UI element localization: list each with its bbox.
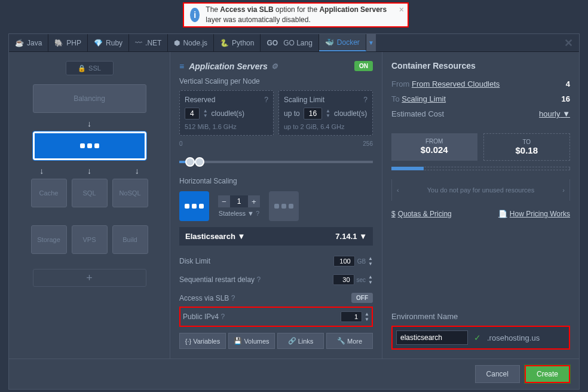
pricing-link[interactable]: 📄How Pricing Works: [498, 210, 570, 218]
cost-bar: [391, 167, 570, 170]
chevron-left-icon[interactable]: ‹: [392, 186, 404, 194]
footer: Cancel Create: [9, 359, 579, 389]
variables-button[interactable]: {·} Variables: [179, 333, 226, 349]
notification-text: The Access via SLB option for the Applic…: [206, 5, 402, 25]
appserver-toggle[interactable]: ON: [354, 61, 373, 71]
tab-nodejs[interactable]: ⬢Node.js: [168, 34, 214, 51]
hscale-label: Horizontal Scaling: [179, 177, 373, 185]
cancel-button[interactable]: Cancel: [475, 365, 520, 383]
limit-input[interactable]: 16: [304, 108, 322, 120]
restart-delay-row: Sequential restart delay ? 30sec▲▼: [179, 270, 373, 289]
disk-input[interactable]: 100: [333, 256, 355, 267]
scaling-limit-link[interactable]: Scaling Limit: [402, 94, 446, 103]
help-icon[interactable]: ?: [264, 96, 268, 104]
docker-icon: 🐳: [325, 38, 334, 47]
reserved-box: Reserved? 4▲▼cloudlet(s) 512 MiB, 1.6 GH…: [179, 90, 274, 136]
sql-node[interactable]: SQL: [72, 179, 108, 207]
tab-python[interactable]: 🐍Python: [214, 34, 261, 51]
ssl-button[interactable]: 🔒 SSL: [66, 61, 114, 75]
storage-node[interactable]: Storage: [31, 225, 67, 254]
ipv4-row: Public IPv4 ? 1▲▼: [179, 307, 373, 327]
cost-note: ‹ You do not pay for unused resources ›: [391, 179, 570, 201]
env-input-row: ✓ .rosehosting.us: [391, 326, 570, 350]
tech-select[interactable]: Elasticsearch ▼ 7.14.1 ▼: [179, 227, 373, 246]
resources-title: Container Resources: [391, 61, 570, 71]
volumes-button[interactable]: 💾 Volumes: [228, 333, 275, 349]
reserved-input[interactable]: 4: [185, 108, 200, 120]
appserver-node[interactable]: [33, 131, 146, 160]
reserved-cloudlets-link[interactable]: From Reserved Cloudlets: [412, 79, 500, 88]
slb-row: Access via SLB ? OFF: [179, 289, 373, 307]
hscale-plus[interactable]: +: [248, 195, 260, 207]
tab-docker[interactable]: 🐳Docker: [319, 34, 366, 51]
doc-icon: 📄: [498, 210, 507, 218]
build-node[interactable]: Build: [112, 225, 148, 254]
stepper-icon[interactable]: ▲▼: [203, 109, 208, 118]
tab-dotnet[interactable]: 〰.NET: [129, 34, 168, 51]
gear-icon[interactable]: ⚙: [271, 62, 278, 71]
env-domain: .rosehosting.us: [487, 333, 540, 342]
tab-java[interactable]: ☕Java: [9, 34, 48, 51]
stepper-icon[interactable]: ▲▼: [365, 311, 369, 322]
php-icon: 🐘: [54, 39, 63, 47]
vscale-label: Vertical Scaling per Node: [179, 77, 373, 85]
arrow-down-icon: ↓: [18, 119, 161, 128]
tab-ruby[interactable]: 💎Ruby: [88, 34, 129, 51]
limit-box: Scaling Limit? up to16▲▼cloudlet(s) up t…: [278, 90, 373, 136]
cost-from: FROM$0.024: [391, 133, 477, 161]
balancing-node[interactable]: Balancing: [33, 84, 146, 113]
quotas-link[interactable]: $Quotas & Pricing: [391, 210, 452, 218]
add-node-button[interactable]: +: [33, 269, 146, 287]
restart-input[interactable]: 30: [333, 274, 354, 285]
main-window: ☕Java 🐘PHP 💎Ruby 〰.NET ⬢Node.js 🐍Python …: [8, 33, 580, 390]
env-name-label: Environment Name: [391, 312, 570, 321]
tab-dropdown[interactable]: ▼: [366, 34, 376, 51]
hscale-value[interactable]: 1: [230, 195, 248, 207]
language-tabs: ☕Java 🐘PHP 💎Ruby 〰.NET ⬢Node.js 🐍Python …: [9, 34, 579, 52]
help-icon[interactable]: ?: [363, 96, 368, 104]
resources-panel: Container Resources From From Reserved C…: [382, 52, 579, 359]
chevron-right-icon[interactable]: ›: [558, 186, 569, 194]
tab-php[interactable]: 🐘PHP: [48, 34, 88, 51]
info-icon: i: [190, 8, 200, 22]
topology-panel: 🔒 SSL Balancing ↓ ↓↓↓ Cache SQL NoSQL St…: [9, 52, 170, 359]
create-button[interactable]: Create: [525, 365, 570, 383]
hscale-minus[interactable]: −: [218, 195, 230, 207]
python-icon: 🐍: [220, 39, 229, 47]
ipv4-input[interactable]: 1: [341, 311, 362, 322]
tab-go[interactable]: GOGO Lang: [261, 34, 318, 51]
hscale-inactive-node[interactable]: [269, 191, 299, 221]
slb-toggle[interactable]: OFF: [351, 293, 373, 303]
env-name-input[interactable]: [396, 330, 468, 345]
hamburger-icon[interactable]: ≡: [179, 62, 184, 71]
check-icon: ✓: [474, 333, 481, 342]
links-button[interactable]: 🔗 Links: [277, 333, 324, 349]
cost-to: TO$0.18: [483, 133, 571, 161]
hscale-mode-select[interactable]: Stateless ▼ ?: [219, 210, 259, 217]
hscale-active-node[interactable]: [179, 191, 209, 221]
cloudlet-slider[interactable]: [179, 156, 373, 168]
close-window-icon[interactable]: ✕: [564, 36, 573, 50]
nosql-node[interactable]: NoSQL: [112, 179, 148, 207]
notification-bar: i The Access via SLB option for the Appl…: [183, 2, 409, 27]
config-panel: ≡Application Servers⚙ ON Vertical Scalin…: [170, 52, 382, 359]
section-title: ≡Application Servers⚙: [179, 62, 278, 71]
close-icon[interactable]: ×: [399, 5, 404, 14]
vps-node[interactable]: VPS: [72, 225, 108, 254]
content-area: 🔒 SSL Balancing ↓ ↓↓↓ Cache SQL NoSQL St…: [9, 52, 579, 359]
disk-limit-row: Disk Limit 100GB▲▼: [179, 252, 373, 270]
cost-period-select[interactable]: hourly ▼: [539, 109, 570, 118]
stepper-icon[interactable]: ▲▼: [368, 274, 373, 285]
java-icon: ☕: [15, 39, 24, 47]
go-icon: GO: [267, 39, 278, 47]
nodejs-icon: ⬢: [174, 39, 180, 47]
more-button[interactable]: 🔧 More: [326, 333, 373, 349]
cache-node[interactable]: Cache: [31, 179, 67, 207]
dotnet-icon: 〰: [135, 39, 142, 47]
stepper-icon[interactable]: ▲▼: [368, 256, 373, 267]
ruby-icon: 💎: [94, 39, 103, 47]
dollar-icon: $: [391, 210, 396, 218]
stepper-icon[interactable]: ▲▼: [326, 109, 330, 118]
arrows-row: ↓↓↓: [18, 166, 161, 176]
